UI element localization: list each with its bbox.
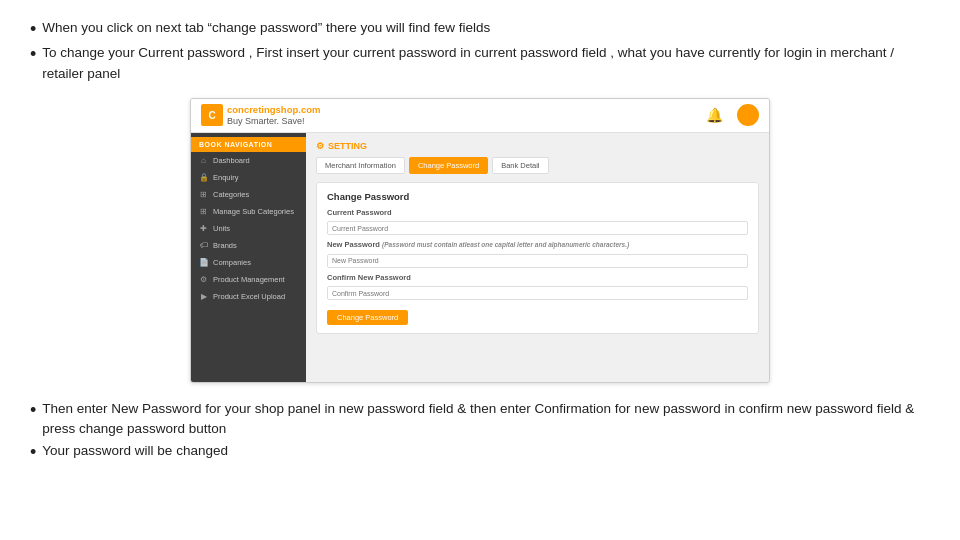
change-password-button[interactable]: Change Password — [327, 310, 408, 325]
bullet-item-1: • When you click on next tab “change pas… — [30, 18, 930, 41]
screenshot-wrapper: C concretingshop.com Buy Smarter. Save! … — [30, 98, 930, 383]
setting-title: SETTING — [316, 141, 759, 151]
top-bullets: • When you click on next tab “change pas… — [30, 18, 930, 86]
mockup-main: SETTING Merchant Information Change Pass… — [306, 133, 769, 382]
bottom-bullets: • Then enter New Password for your shop … — [30, 399, 930, 467]
form-group-current: Current Password — [327, 208, 748, 236]
tabs-row: Merchant Information Change Password Ban… — [316, 157, 759, 174]
gear-icon: ⚙ — [199, 275, 208, 284]
avatar[interactable] — [737, 104, 759, 126]
mockup-topbar: C concretingshop.com Buy Smarter. Save! … — [191, 99, 769, 133]
mockup-sidebar: BOOK NAVIGATION ⌂ Dashboard 🔒 Enquiry ⊞ … — [191, 133, 306, 382]
grid2-icon: ⊞ — [199, 207, 208, 216]
sidebar-item-subcategories[interactable]: ⊞ Manage Sub Categories — [191, 203, 306, 220]
grid-icon: ⊞ — [199, 190, 208, 199]
bullet-item-2: • To change your Current password , Firs… — [30, 43, 930, 84]
logo-text: concretingshop.com Buy Smarter. Save! — [227, 104, 320, 126]
form-panel: Change Password Current Password New Pas… — [316, 182, 759, 335]
sidebar-label-enquiry: Enquiry — [213, 173, 238, 182]
logo-area: C concretingshop.com Buy Smarter. Save! — [201, 104, 320, 126]
new-password-input[interactable] — [327, 254, 748, 268]
sidebar-label-units: Units — [213, 224, 230, 233]
form-group-new: New Password (Password must contain atle… — [327, 240, 748, 268]
sidebar-label-categories: Categories — [213, 190, 249, 199]
doc-icon: 📄 — [199, 258, 208, 267]
new-password-label: New Password (Password must contain atle… — [327, 240, 748, 249]
tab-bank-detail[interactable]: Bank Detail — [492, 157, 548, 174]
sidebar-label-dashboard: Dashboard — [213, 156, 250, 165]
sidebar-label-product-mgmt: Product Management — [213, 275, 285, 284]
bullet-text-2: To change your Current password , First … — [42, 43, 930, 84]
sidebar-item-companies[interactable]: 📄 Companies — [191, 254, 306, 271]
logo-tagline: Buy Smarter. Save! — [227, 116, 320, 127]
sidebar-label-excel-upload: Product Excel Upload — [213, 292, 285, 301]
confirm-password-input[interactable] — [327, 286, 748, 300]
current-password-input[interactable] — [327, 221, 748, 235]
logo-icon: C — [201, 104, 223, 126]
sidebar-label-companies: Companies — [213, 258, 251, 267]
bullet-dot-4: • — [30, 441, 36, 464]
sidebar-item-product-mgmt[interactable]: ⚙ Product Management — [191, 271, 306, 288]
sidebar-item-excel-upload[interactable]: ▶ Product Excel Upload — [191, 288, 306, 305]
sidebar-item-categories[interactable]: ⊞ Categories — [191, 186, 306, 203]
home-icon: ⌂ — [199, 156, 208, 165]
sidebar-item-brands[interactable]: 🏷 Brands — [191, 237, 306, 254]
tag-icon: 🏷 — [199, 241, 208, 250]
tab-change-password[interactable]: Change Password — [409, 157, 488, 174]
page-container: • When you click on next tab “change pas… — [0, 0, 960, 540]
bullet-dot-1: • — [30, 18, 36, 41]
logo-domain: concretingshop.com — [227, 104, 320, 115]
lock-icon: 🔒 — [199, 173, 208, 182]
tab-merchant-info[interactable]: Merchant Information — [316, 157, 405, 174]
bullet-text-1: When you click on next tab “change passw… — [42, 18, 490, 38]
plus-icon: ✚ — [199, 224, 208, 233]
bullet-text-4: Your password will be changed — [42, 441, 228, 461]
mockup: C concretingshop.com Buy Smarter. Save! … — [190, 98, 770, 383]
bullet-dot-3: • — [30, 399, 36, 422]
arrow-icon: ▶ — [199, 292, 208, 301]
form-group-confirm: Confirm New Password — [327, 273, 748, 301]
bullet-text-3: Then enter New Password for your shop pa… — [42, 399, 930, 440]
current-password-label: Current Password — [327, 208, 748, 217]
sidebar-item-dashboard[interactable]: ⌂ Dashboard — [191, 152, 306, 169]
new-password-hint: (Password must contain atleast one capit… — [382, 241, 629, 248]
form-title: Change Password — [327, 191, 748, 202]
bullet-item-4: • Your password will be changed — [30, 441, 930, 464]
bullet-dot-2: • — [30, 43, 36, 66]
bell-icon[interactable]: 🔔 — [706, 107, 723, 123]
sidebar-label-subcategories: Manage Sub Categories — [213, 207, 294, 216]
sidebar-item-units[interactable]: ✚ Units — [191, 220, 306, 237]
confirm-password-label: Confirm New Password — [327, 273, 748, 282]
sidebar-item-enquiry[interactable]: 🔒 Enquiry — [191, 169, 306, 186]
sidebar-label-brands: Brands — [213, 241, 237, 250]
sidebar-header: BOOK NAVIGATION — [191, 137, 306, 152]
bullet-item-3: • Then enter New Password for your shop … — [30, 399, 930, 440]
mockup-body: BOOK NAVIGATION ⌂ Dashboard 🔒 Enquiry ⊞ … — [191, 133, 769, 382]
